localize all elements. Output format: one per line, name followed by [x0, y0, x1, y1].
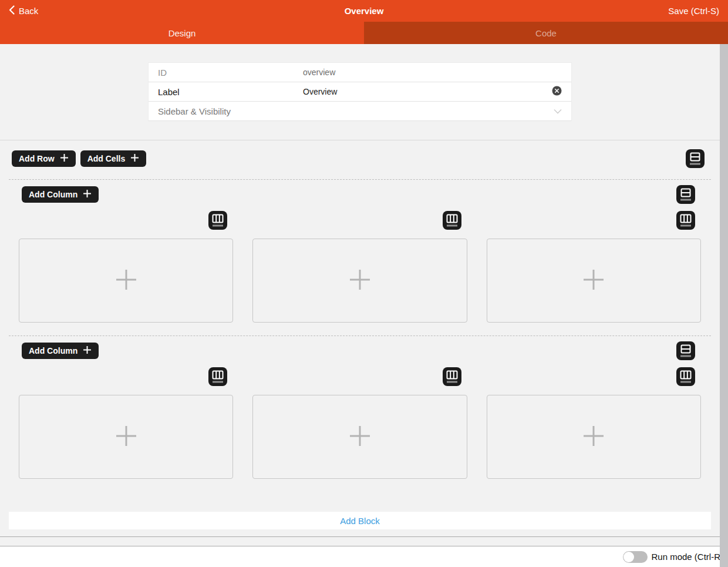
add-row-label: Add Row — [19, 154, 55, 163]
row-2-header: Add Column — [19, 341, 701, 360]
plus-icon — [83, 345, 92, 356]
section-end-line — [0, 536, 720, 537]
page-properties-form: ID overview Label Overview Sidebar & Vis… — [148, 62, 572, 121]
plus-icon — [130, 153, 139, 164]
id-field-value: overview — [303, 68, 335, 77]
expand-section-button[interactable] — [554, 106, 562, 116]
label-field-label: Label — [158, 87, 303, 97]
tab-design[interactable]: Design — [0, 22, 364, 44]
label-field-value[interactable]: Overview — [303, 87, 337, 96]
design-canvas: ID overview Label Overview Sidebar & Vis… — [0, 44, 720, 546]
empty-cell-dropzone[interactable] — [252, 239, 467, 323]
plus-icon — [60, 153, 69, 164]
sidebar-visibility-label: Sidebar & Visibility — [158, 106, 303, 116]
back-button[interactable]: Back — [9, 5, 38, 16]
page-title: Overview — [0, 6, 728, 16]
plus-placeholder-icon — [349, 269, 370, 293]
form-canvas-divider — [0, 140, 720, 140]
vertical-scrollbar[interactable] — [720, 44, 728, 567]
empty-cell-dropzone[interactable] — [19, 239, 233, 323]
form-row-id: ID overview — [149, 63, 571, 82]
save-button[interactable]: Save (Ctrl-S) — [668, 6, 719, 16]
plus-placeholder-icon — [583, 425, 604, 449]
tab-bar: Design Code — [0, 22, 728, 44]
plus-placeholder-icon — [583, 269, 604, 293]
columns-layout-icon[interactable] — [208, 211, 227, 230]
row-1-header: Add Column — [19, 185, 701, 204]
columns-layout-icon[interactable] — [676, 367, 695, 386]
chevron-left-icon — [9, 5, 15, 16]
add-column-label: Add Column — [29, 346, 77, 355]
rows-layout-icon[interactable] — [676, 341, 695, 360]
plus-placeholder-icon — [116, 425, 137, 449]
columns-layout-icon[interactable] — [443, 211, 461, 230]
add-column-button[interactable]: Add Column — [22, 343, 99, 359]
column-dropzones-row — [19, 395, 701, 479]
column-dropzones-row — [19, 239, 701, 323]
add-cells-label: Add Cells — [87, 154, 126, 163]
form-row-label: Label Overview — [149, 82, 571, 102]
layout-toolbar: Add Row Add Cells — [0, 149, 720, 168]
rows-layout-icon[interactable] — [676, 185, 695, 204]
columns-layout-icon[interactable] — [676, 211, 695, 230]
plus-icon — [83, 189, 92, 200]
grid-row-1: Add Column — [0, 180, 720, 335]
grid-row-2: Add Column — [0, 336, 720, 492]
tab-code[interactable]: Code — [364, 22, 728, 44]
add-column-label: Add Column — [29, 190, 77, 199]
column-settings-row — [19, 367, 701, 386]
empty-cell-dropzone[interactable] — [19, 395, 233, 479]
columns-layout-icon[interactable] — [208, 367, 227, 386]
id-field-label: ID — [158, 68, 303, 78]
clear-circle-x-icon — [552, 86, 562, 98]
column-settings-row — [19, 211, 701, 230]
empty-cell-dropzone[interactable] — [487, 395, 701, 479]
header-bar: Back Overview Save (Ctrl-S) — [0, 0, 728, 22]
empty-cell-dropzone[interactable] — [487, 239, 701, 323]
chevron-down-icon — [554, 106, 562, 116]
plus-placeholder-icon — [349, 425, 370, 449]
sidebar-visibility-accordion[interactable]: Sidebar & Visibility — [149, 102, 571, 121]
status-bar: Run mode (Ctrl-R) — [0, 546, 728, 567]
run-mode-toggle[interactable] — [623, 551, 648, 563]
rows-layout-icon[interactable] — [686, 149, 705, 168]
columns-layout-icon[interactable] — [443, 367, 461, 386]
toggle-knob — [623, 552, 634, 562]
empty-cell-dropzone[interactable] — [252, 395, 467, 479]
clear-label-button[interactable] — [552, 86, 562, 98]
add-column-button[interactable]: Add Column — [22, 186, 99, 203]
plus-placeholder-icon — [116, 269, 137, 293]
add-row-button[interactable]: Add Row — [12, 150, 76, 167]
run-mode-label: Run mode (Ctrl-R) — [651, 552, 723, 562]
back-label: Back — [19, 6, 38, 16]
add-cells-button[interactable]: Add Cells — [80, 150, 147, 167]
add-block-button[interactable]: Add Block — [9, 512, 711, 529]
